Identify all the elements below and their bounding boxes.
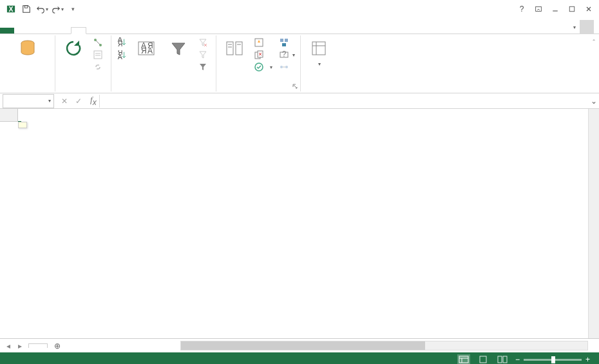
svg-text:Я: Я [118, 40, 123, 48]
properties-button[interactable] [91, 49, 107, 61]
remove-duplicates-button[interactable] [252, 49, 274, 61]
text-to-columns-icon [224, 38, 245, 59]
sort-desc-button[interactable]: ЯA [115, 50, 128, 61]
clear-filter-button[interactable] [196, 37, 212, 48]
get-external-data-button[interactable] [14, 37, 42, 61]
tab-data[interactable] [71, 27, 86, 34]
clear-icon [198, 37, 208, 48]
svg-point-41 [285, 66, 288, 68]
new-sheet-icon[interactable]: ⊕ [50, 339, 64, 353]
svg-line-9 [96, 41, 100, 44]
worksheet [0, 109, 599, 338]
qat-customize-icon[interactable]: ▾ [66, 2, 80, 16]
reapply-button[interactable] [196, 49, 212, 61]
close-icon[interactable] [581, 2, 596, 16]
filter-button[interactable] [164, 37, 193, 61]
tab-workgroup[interactable] [115, 28, 129, 34]
tab-review[interactable] [86, 28, 100, 34]
collapse-ribbon-icon[interactable]: ˆ [591, 38, 596, 47]
properties-icon [93, 50, 103, 60]
group-data-tools: ▾ ?▾ [216, 35, 301, 91]
tab-home[interactable] [14, 28, 28, 34]
status-bar: − + [0, 352, 599, 364]
sort-button[interactable]: AЯЯA [132, 37, 160, 61]
svg-rect-10 [94, 51, 102, 59]
row-headers [0, 109, 18, 338]
sheet-tabs-row: ◂ ▸ ⊕ [0, 338, 599, 352]
ribbon-options-icon[interactable] [531, 2, 546, 16]
zoom-in-icon[interactable]: + [585, 355, 590, 364]
zoom-slider[interactable] [524, 359, 582, 361]
svg-rect-49 [480, 356, 486, 363]
fx-icon[interactable]: fx [88, 95, 99, 107]
ribbon: AЯ ЯA AЯЯA [0, 34, 599, 93]
cancel-formula-icon[interactable]: ✕ [58, 97, 71, 106]
svg-text:?: ? [282, 50, 287, 59]
filter-icon [168, 38, 189, 59]
validation-icon [254, 62, 264, 72]
svg-text:X: X [8, 5, 13, 13]
vertical-scrollbar[interactable] [588, 109, 599, 338]
user-area[interactable]: ▾ [569, 20, 594, 34]
tab-view[interactable] [100, 28, 115, 34]
tab-file[interactable] [0, 28, 14, 34]
group-sort-filter: AЯ ЯA AЯЯA [111, 35, 216, 91]
svg-rect-25 [236, 42, 242, 55]
tab-insert[interactable] [28, 28, 43, 34]
remove-duplicates-icon [254, 50, 264, 60]
flash-fill-button[interactable] [252, 37, 274, 48]
zoom-out-icon[interactable]: − [515, 355, 520, 364]
excel-app-icon[interactable]: X [4, 2, 18, 16]
view-page-layout-icon[interactable] [477, 354, 490, 364]
relationships-icon [279, 62, 289, 72]
connections-button[interactable] [91, 37, 107, 48]
outline-button[interactable]: ▾ [305, 37, 333, 68]
sheet-tab[interactable] [28, 343, 48, 348]
tab-nav-prev-icon[interactable]: ◂ [3, 340, 14, 352]
refresh-all-button[interactable] [59, 37, 88, 61]
tab-page-layout[interactable] [43, 28, 57, 34]
column-headers [18, 109, 588, 122]
svg-rect-35 [280, 39, 283, 42]
sort-asc-button[interactable]: AЯ [115, 37, 128, 48]
advanced-filter-button[interactable] [196, 61, 212, 73]
sort-asc-icon: AЯ [117, 37, 127, 48]
tab-nav-next-icon[interactable]: ▸ [14, 340, 26, 352]
text-to-columns-button[interactable] [220, 37, 249, 61]
view-normal-icon[interactable] [457, 354, 470, 364]
maximize-icon[interactable] [564, 2, 580, 16]
connections-icon [93, 37, 103, 48]
zoom-control: − + [515, 355, 594, 364]
sort-desc-icon: ЯA [117, 50, 127, 61]
group-external-data [0, 35, 55, 91]
horizontal-scrollbar[interactable] [180, 341, 588, 350]
minimize-icon[interactable] [547, 2, 563, 16]
view-page-break-icon[interactable] [496, 354, 509, 364]
consolidate-icon [279, 37, 289, 48]
validation-tooltip [18, 122, 27, 128]
name-box[interactable]: ▾ [3, 94, 54, 108]
what-if-button[interactable]: ?▾ [278, 49, 296, 61]
relationships-button[interactable] [278, 61, 296, 73]
data-validation-button[interactable]: ▾ [252, 61, 274, 73]
formula-bar[interactable] [99, 95, 589, 108]
svg-rect-36 [285, 39, 288, 42]
save-icon[interactable] [19, 2, 33, 16]
edit-links-button[interactable] [91, 61, 107, 73]
enter-formula-icon[interactable]: ✓ [72, 97, 85, 106]
svg-rect-37 [282, 43, 286, 46]
tab-formulas[interactable] [57, 28, 71, 34]
select-all-corner[interactable] [0, 109, 18, 122]
svg-rect-46 [459, 356, 468, 363]
undo-icon[interactable]: ▾ [35, 2, 49, 16]
expand-formula-bar-icon[interactable]: ⌄ [589, 97, 599, 106]
redo-icon[interactable]: ▾ [50, 2, 64, 16]
avatar-icon [580, 20, 594, 34]
link-icon [93, 62, 103, 72]
group-label [26, 83, 28, 91]
grid[interactable] [18, 109, 588, 338]
dialog-launcher-icon[interactable] [291, 82, 299, 90]
consolidate-button[interactable] [278, 37, 296, 48]
help-icon[interactable]: ? [514, 2, 529, 16]
svg-rect-50 [498, 356, 502, 363]
